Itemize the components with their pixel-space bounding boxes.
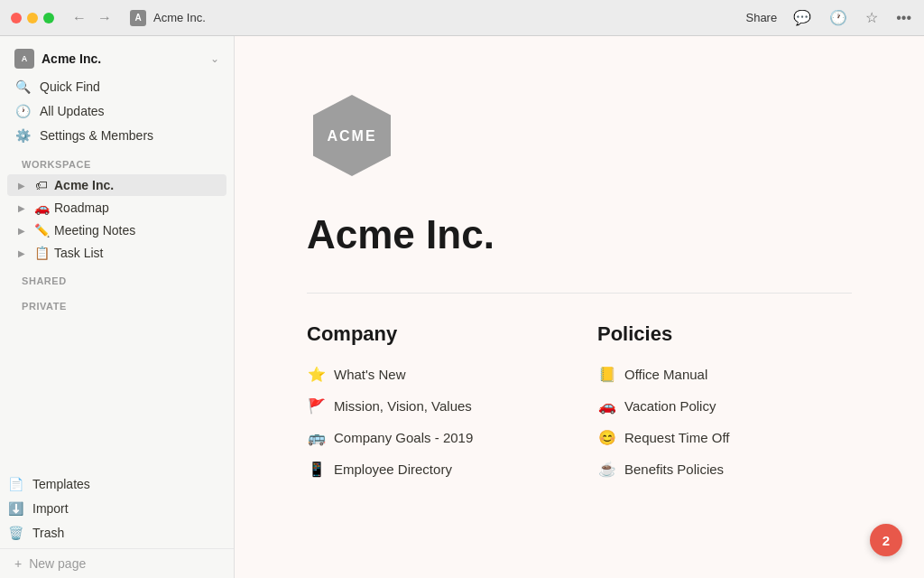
list-item[interactable]: 📒 Office Manual [597,360,852,388]
workspace-header[interactable]: A Acme Inc. ⌄ [7,43,226,74]
car-icon: 🚗 [597,397,617,415]
sidebar-utilities: 📄 Templates ⬇️ Import 🗑️ Trash + New pag… [0,471,234,578]
sidebar-tree-label-acme: Acme Inc. [54,178,114,192]
tree-toggle-icon: ▶ [14,178,29,192]
maximize-button[interactable] [43,13,54,23]
content-columns: Company ⭐ What's New 🚩 Mission, Vision, … [307,293,852,483]
sidebar-item-import[interactable]: ⬇️ Import [0,497,234,520]
titlebar-logo: A [130,10,146,26]
titlebar-actions: Share 💬 🕐 ☆ ••• [745,7,913,28]
chevron-down-icon: ⌄ [210,52,219,65]
gear-icon: ⚙️ [14,128,31,143]
minimize-button[interactable] [27,13,38,23]
sidebar-item-settings-label: Settings & Members [40,128,153,143]
book-icon: 📒 [597,366,617,383]
forward-button[interactable]: → [94,9,116,27]
nav-buttons: ← → [69,9,116,27]
list-item[interactable]: 😊 Request Time Off [597,424,852,452]
import-icon: ⬇️ [7,501,23,516]
new-page-label: New page [29,556,86,571]
clock-icon: 🕐 [14,104,31,118]
phone-icon: 📱 [307,461,327,478]
close-button[interactable] [11,13,22,23]
sidebar-item-meeting-notes[interactable]: ▶ ✏️ Meeting Notes [7,219,226,241]
directory-link: Employee Directory [334,461,452,477]
page-logo: ACME [307,90,852,184]
star-icon: ⭐ [307,366,327,383]
sidebar-item-templates-label: Templates [32,477,90,491]
policies-section-title: Policies [597,322,852,346]
template-icon: 📄 [7,477,23,491]
new-page-button[interactable]: + New page [0,548,234,578]
titlebar: ← → A Acme Inc. Share 💬 🕐 ☆ ••• [0,0,924,36]
sidebar-tree-label-meeting-notes: Meeting Notes [54,223,135,238]
workspace-logo: A [14,49,34,69]
list-item[interactable]: ☕ Benefits Policies [597,455,852,483]
office-manual-link: Office Manual [624,367,707,382]
search-icon: 🔍 [14,79,31,94]
whats-new-link: What's New [334,367,406,382]
sidebar-item-settings[interactable]: ⚙️ Settings & Members [7,124,226,147]
trash-icon: 🗑️ [7,526,23,540]
sidebar-tree-label-task-list: Task List [54,246,103,260]
svg-text:ACME: ACME [327,128,376,144]
sidebar-item-quick-find-label: Quick Find [40,79,100,94]
policies-links: 📒 Office Manual 🚗 Vacation Policy 😊 Requ… [597,360,852,483]
acme-icon: 🏷 [32,178,51,192]
main-content: ACME Acme Inc. Company ⭐ What's New [235,36,924,578]
sidebar-item-all-updates[interactable]: 🕐 All Updates [7,99,226,123]
flag-icon: 🚩 [307,397,327,415]
coffee-icon: ☕ [597,461,617,478]
benefits-link: Benefits Policies [624,461,724,477]
share-button[interactable]: Share [745,11,777,24]
more-icon[interactable]: ••• [894,8,913,28]
workspace-section-label: WORKSPACE [7,148,226,173]
goals-link: Company Goals - 2019 [334,430,473,445]
pencil-icon: ✏️ [32,223,51,238]
company-column: Company ⭐ What's New 🚩 Mission, Vision, … [307,322,561,483]
sidebar-item-all-updates-label: All Updates [40,104,105,118]
clipboard-icon: 📋 [32,246,51,260]
sidebar-top: A Acme Inc. ⌄ 🔍 Quick Find 🕐 All Updates… [0,36,234,319]
company-links: ⭐ What's New 🚩 Mission, Vision, Values 🚌… [307,360,561,483]
titlebar-title: Acme Inc. [153,11,206,24]
tree-toggle-icon: ▶ [14,223,29,238]
workspace-name: Acme Inc. [42,51,203,66]
sidebar-tree-label-roadmap: Roadmap [54,200,109,215]
private-section-label: PRIVATE [7,290,226,315]
back-button[interactable]: ← [69,9,90,27]
policies-column: Policies 📒 Office Manual 🚗 Vacation Poli… [597,322,852,483]
sidebar-item-templates[interactable]: 📄 Templates [0,472,234,496]
bus-icon: 🚌 [307,429,327,446]
sidebar-item-import-label: Import [32,501,69,516]
sidebar-item-task-list[interactable]: ▶ 📋 Task List [7,242,226,264]
list-item[interactable]: 🚩 Mission, Vision, Values [307,392,561,420]
page-title: Acme Inc. [307,213,852,256]
sidebar-item-acme-inc[interactable]: ▶ 🏷 Acme Inc. [7,174,226,196]
company-section-title: Company [307,322,561,346]
shared-section-label: SHARED [7,265,226,290]
mission-link: Mission, Vision, Values [334,398,472,414]
tree-toggle-icon: ▶ [14,246,29,260]
comment-icon[interactable]: 💬 [791,7,813,28]
list-item[interactable]: 🚗 Vacation Policy [597,392,852,420]
acme-hexagon-svg: ACME [307,90,397,181]
smile-icon: 😊 [597,429,617,446]
favorite-icon[interactable]: ☆ [864,7,880,28]
sidebar-item-roadmap[interactable]: ▶ 🚗 Roadmap [7,197,226,219]
traffic-lights [11,13,54,23]
page-content: ACME Acme Inc. Company ⭐ What's New [235,36,924,555]
list-item[interactable]: 📱 Employee Directory [307,455,561,483]
sidebar-item-quick-find[interactable]: 🔍 Quick Find [7,75,226,98]
sidebar: A Acme Inc. ⌄ 🔍 Quick Find 🕐 All Updates… [0,36,235,578]
sidebar-item-trash-label: Trash [32,526,64,540]
list-item[interactable]: 🚌 Company Goals - 2019 [307,424,561,452]
sidebar-item-trash[interactable]: 🗑️ Trash [0,521,234,545]
tree-toggle-icon: ▶ [14,200,29,215]
vacation-policy-link: Vacation Policy [624,398,716,414]
notification-badge[interactable]: 2 [870,524,902,556]
list-item[interactable]: ⭐ What's New [307,360,561,388]
roadmap-icon: 🚗 [32,200,51,215]
app-body: A Acme Inc. ⌄ 🔍 Quick Find 🕐 All Updates… [0,36,924,578]
history-icon[interactable]: 🕐 [827,7,849,28]
